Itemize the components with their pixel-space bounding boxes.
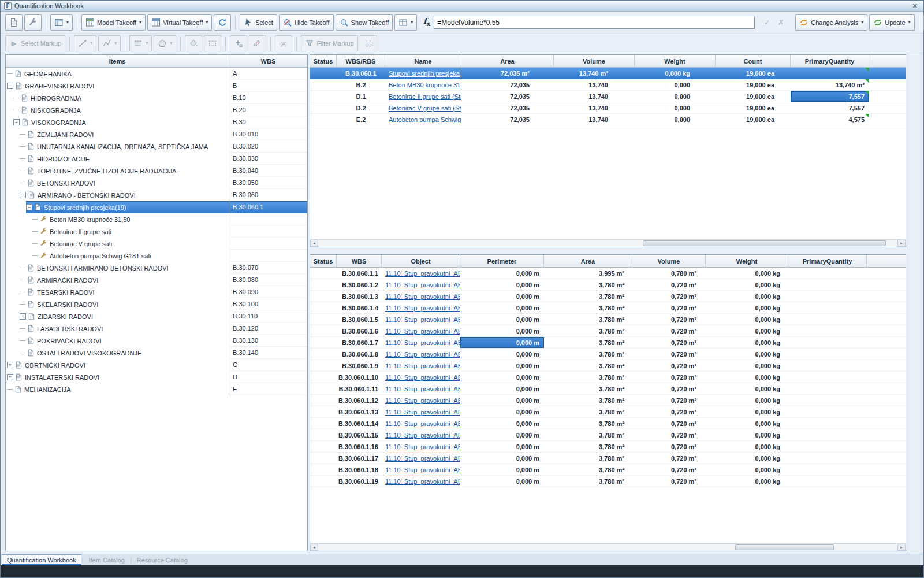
cell-wbs[interactable]: B.30.060.1 [337, 68, 385, 79]
cell-area[interactable]: 3,780 m² [544, 429, 632, 441]
cell-wbs[interactable]: D.1 [337, 91, 385, 102]
cell-name[interactable]: Stupovi srednjih presjeka [385, 68, 461, 79]
tree-item[interactable]: −ARMIRANO - BETONSKI RADOVIB.30.060 [6, 189, 307, 201]
cell-object[interactable]: 11.10_Stup_pravokutni_AB [382, 418, 460, 429]
cell-wbs[interactable]: B.30.060.1.5 [337, 314, 382, 325]
cell-status[interactable] [310, 395, 337, 406]
cell-primary_quantity[interactable] [788, 325, 867, 337]
cell-area[interactable]: 3,780 m² [544, 453, 632, 464]
tree-item[interactable]: Beton MB30 krupnoće 31,50 [6, 213, 307, 225]
cell-area[interactable]: 3,780 m² [544, 302, 632, 314]
object-link[interactable]: 11.10_Stup_pravokutni_AB [385, 443, 460, 450]
object-link[interactable]: 11.10_Stup_pravokutni_AB [385, 409, 460, 416]
column-header[interactable]: Perimeter [460, 255, 544, 268]
column-header[interactable]: Status [310, 255, 337, 268]
cell-weight[interactable]: 0,000 kg [706, 441, 788, 453]
change-analysis-button[interactable]: Change Analysis▾ [795, 14, 867, 31]
cell-name[interactable]: Autobeton pumpa Schwig G... [385, 114, 461, 125]
object-row[interactable]: B.30.060.1.811.10_Stup_pravokutni_AB0,00… [310, 349, 906, 360]
cancel-formula-button[interactable]: ✗ [774, 14, 788, 31]
scrollbar-track[interactable] [318, 240, 897, 247]
cell-status[interactable] [310, 337, 337, 349]
view-layout-button[interactable]: ▾ [50, 14, 73, 31]
cell-wbs[interactable]: B.30.060.1.17 [337, 453, 382, 464]
cell-perimeter[interactable]: 0,000 m [460, 453, 544, 464]
object-link[interactable]: 11.10_Stup_pravokutni_AB [385, 270, 460, 277]
cell-area[interactable]: 3,995 m² [544, 268, 632, 279]
column-header[interactable]: WBS [337, 255, 382, 268]
cell-perimeter[interactable]: 0,000 m [460, 418, 544, 429]
erase-markup-button[interactable] [249, 35, 266, 51]
cell-area[interactable]: 3,780 m² [544, 372, 632, 383]
tree-item[interactable]: BETONSKI RADOVIB.30.050 [6, 177, 307, 189]
cell-volume[interactable]: 0,720 m³ [632, 372, 706, 383]
object-row[interactable]: B.30.060.1.1211.10_Stup_pravokutni_AB0,0… [310, 395, 906, 406]
cell-wbs[interactable]: B.30.060.1.8 [337, 349, 382, 360]
column-header[interactable]: Volume [632, 255, 706, 268]
cell-volume[interactable]: 0,720 m³ [632, 418, 706, 429]
cell-weight[interactable]: 0,000 kg [706, 464, 788, 476]
polygon-markup-button[interactable]: ▾ [154, 35, 176, 51]
object-row[interactable]: B.30.060.1.311.10_Stup_pravokutni_AB0,00… [310, 291, 906, 302]
cell-volume[interactable]: 13,740 [554, 79, 635, 91]
takeoff-row[interactable]: B.2Beton MB30 krupnoće 31,5...72,03513,7… [310, 79, 906, 91]
cell-perimeter[interactable]: 0,000 m [460, 441, 544, 453]
cell-wbs[interactable]: E.2 [337, 114, 385, 125]
cell-status[interactable] [310, 291, 337, 302]
cell-status[interactable] [310, 360, 337, 372]
tree-item[interactable]: TESARSKI RADOVIB.30.090 [6, 286, 307, 298]
object-row[interactable]: B.30.060.1.511.10_Stup_pravokutni_AB0,00… [310, 314, 906, 325]
cell-status[interactable] [310, 453, 337, 464]
cell-wbs[interactable]: B.30.060.1.19 [337, 476, 382, 487]
tree-item[interactable]: OSTALI RADOVI VISOKOGRADNJEB.30.140 [6, 347, 307, 359]
cell-wbs[interactable]: B.2 [337, 79, 385, 91]
cell-status[interactable] [310, 79, 337, 91]
cell-object[interactable]: 11.10_Stup_pravokutni_AB [382, 325, 460, 337]
cell-wbs[interactable]: B.30.060.1.15 [337, 429, 382, 441]
cell-area[interactable]: 3,780 m² [544, 464, 632, 476]
cell-area[interactable]: 3,780 m² [544, 395, 632, 406]
object-row[interactable]: B.30.060.1.411.10_Stup_pravokutni_AB0,00… [310, 302, 906, 314]
tree-item[interactable]: Betonirac II grupe sati [6, 225, 307, 238]
takeoff-display-options-button[interactable]: ▾ [394, 14, 417, 31]
cell-weight[interactable]: 0,000 kg [706, 418, 788, 429]
cell-primary_quantity[interactable] [788, 429, 867, 441]
tree-item[interactable]: HIDROIZOLACIJEB.30.030 [6, 153, 307, 165]
column-header[interactable]: Area [461, 55, 554, 68]
cell-count[interactable]: 19,000 ea [716, 79, 791, 91]
object-link[interactable]: 11.10_Stup_pravokutni_AB [385, 339, 460, 346]
tree-item[interactable]: SKELARSKI RADOVIB.30.100 [6, 298, 307, 310]
cell-status[interactable] [310, 429, 337, 441]
cell-object[interactable]: 11.10_Stup_pravokutni_AB [382, 268, 460, 279]
column-header[interactable]: Object [382, 255, 460, 268]
expander-icon[interactable]: + [20, 313, 26, 320]
cell-volume[interactable]: 0,720 m³ [632, 337, 706, 349]
tree-item[interactable]: POKRIVAČKI RADOVIB.30.130 [6, 335, 307, 347]
cell-volume[interactable]: 0,720 m³ [632, 360, 706, 372]
cell-perimeter[interactable]: 0,000 m [460, 349, 544, 360]
object-row[interactable]: B.30.060.1.1911.10_Stup_pravokutni_AB0,0… [310, 476, 906, 487]
cell-wbs[interactable]: B.30.060.1.9 [337, 360, 382, 372]
cell-volume[interactable]: 13,740 [554, 114, 635, 125]
tree-item[interactable]: NISKOGRADNJAB.20 [6, 104, 307, 116]
cell-name[interactable]: Beton MB30 krupnoće 31,5... [385, 79, 461, 91]
scroll-right-icon[interactable]: ▸ [897, 240, 906, 247]
cell-object[interactable]: 11.10_Stup_pravokutni_AB [382, 453, 460, 464]
cell-primary_quantity[interactable] [788, 349, 867, 360]
new-sheet-button[interactable] [5, 14, 23, 31]
cell-weight[interactable]: 0,000 kg [706, 429, 788, 441]
cell-primary_quantity[interactable]: 4,575 [791, 114, 869, 125]
cell-status[interactable] [310, 464, 337, 476]
scrollbar-thumb[interactable] [735, 544, 834, 550]
cell-weight[interactable]: 0,000 [635, 102, 716, 114]
cell-wbs[interactable]: B.30.060.1.3 [337, 291, 382, 302]
cell-primary_quantity[interactable]: 13,740 m³ [791, 79, 869, 91]
object-link[interactable]: 11.10_Stup_pravokutni_AB [385, 328, 460, 335]
tree-item[interactable]: +OBRTNIČKI RADOVIC [6, 359, 307, 371]
expander-icon[interactable]: − [13, 119, 20, 125]
filter-markup-button[interactable]: Filter Markup [301, 35, 357, 51]
object-row[interactable]: B.30.060.1.1411.10_Stup_pravokutni_AB0,0… [310, 418, 906, 429]
cell-wbs[interactable]: B.30.060.1.10 [337, 372, 382, 383]
cell-wbs[interactable]: B.30.060.1.6 [337, 325, 382, 337]
cell-perimeter[interactable]: 0,000 m [460, 291, 544, 302]
